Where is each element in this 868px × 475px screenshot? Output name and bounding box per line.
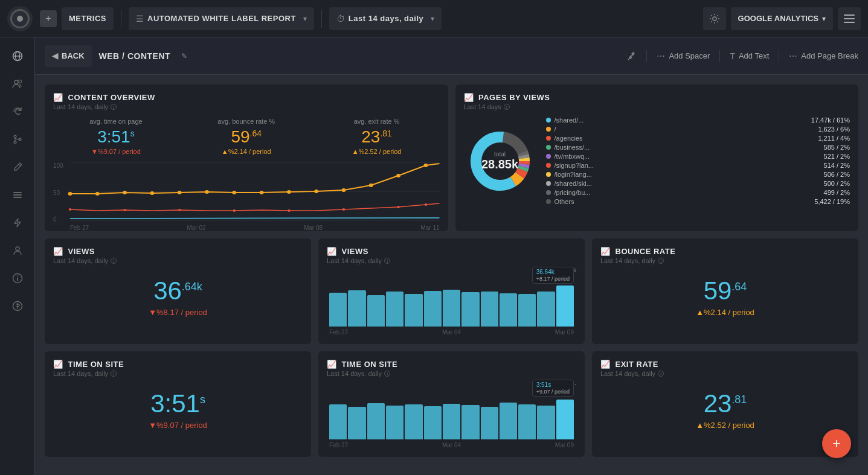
content-overview-info[interactable]: i: [111, 104, 117, 110]
add-button[interactable]: +: [40, 10, 57, 27]
sidebar-item-globe[interactable]: [5, 43, 30, 69]
exit-rate-title: 📈 EXIT RATE: [600, 360, 850, 369]
add-spacer-button[interactable]: ⋯ Add Spacer: [657, 51, 710, 61]
pen-icon: [12, 162, 23, 173]
branch-icon: [12, 134, 23, 145]
legend-item: /agencies 1,211 / 4%: [546, 135, 850, 142]
sidebar-item-lightning[interactable]: [5, 210, 30, 235]
svg-point-35: [423, 164, 428, 167]
legend-name: /: [555, 126, 609, 133]
exit-rate-info[interactable]: i: [658, 371, 664, 377]
t-bar-6: [424, 406, 442, 439]
legend-name: /login?lang...: [555, 171, 609, 178]
content-overview-card: 📈 CONTENT OVERVIEW Last 14 days, daily i…: [45, 84, 448, 231]
person-icon: [12, 245, 23, 256]
spacer-icon: ⋯: [657, 51, 665, 61]
edit-icon[interactable]: ✎: [181, 52, 187, 60]
sidebar-item-coin[interactable]: [5, 293, 30, 319]
content-overview-subtitle: Last 14 days, daily i: [53, 103, 440, 110]
sidebar-item-list[interactable]: [5, 182, 30, 208]
legend-name: /pricing/bu...: [555, 189, 609, 196]
sidebar-item-info[interactable]: [5, 266, 30, 291]
gear-icon: [709, 13, 720, 24]
pages-info[interactable]: i: [504, 104, 510, 110]
metrics-nav-item[interactable]: METRICS: [62, 7, 114, 30]
bar-2: [348, 290, 365, 327]
bounce-rate-subtitle: Last 14 days, daily i: [600, 257, 850, 264]
time-site-right-card: 📈 TIME ON SITE Last 14 days, daily i avg…: [318, 351, 585, 457]
analytics-selector[interactable]: GOOGLE ANALYTICS ▾: [731, 7, 833, 30]
logo-button[interactable]: [7, 6, 33, 31]
add-page-break-button[interactable]: ⋯ Add Page Break: [789, 51, 858, 61]
svg-point-7: [14, 141, 16, 144]
svg-point-41: [342, 208, 346, 211]
time-site-left-icon: 📈: [53, 360, 63, 369]
svg-rect-12: [13, 194, 22, 196]
legend-item: /login?lang... 506 / 2%: [546, 171, 850, 178]
views-right-info[interactable]: i: [384, 258, 390, 264]
bar-12: [537, 292, 555, 327]
legend-name: /signup?lan...: [555, 162, 609, 169]
date-range-item[interactable]: ⏱ Last 14 days, daily ▾: [329, 7, 442, 30]
time-site-left-info[interactable]: i: [111, 371, 117, 377]
sidebar-item-users[interactable]: [5, 71, 30, 97]
legend-value: 500 / 2%: [824, 180, 850, 187]
add-text-button[interactable]: T Add Text: [730, 51, 769, 61]
exit-rate-change: ▲%2.52 / period: [600, 421, 850, 430]
views-left-info[interactable]: i: [111, 258, 117, 264]
t-bar-8: [461, 405, 479, 439]
exit-rate-icon: 📈: [600, 360, 611, 369]
time-site-right-subtitle: Last 14 days, daily i: [327, 370, 576, 377]
views-right-title: 📈 VIEWS: [327, 247, 576, 256]
legend-value: 5,422 / 19%: [814, 198, 850, 205]
magic-action-button[interactable]: [627, 51, 637, 61]
logo-circle: [10, 9, 30, 28]
legend-value: 1,623 / 6%: [818, 126, 850, 133]
action-sep-2: [719, 50, 720, 62]
hamburger-button[interactable]: [838, 7, 861, 30]
fab-button[interactable]: +: [822, 429, 851, 458]
y-labels: 100 50 0: [53, 162, 63, 223]
bar-1: [329, 293, 347, 327]
avg-exit-value: 23.81: [314, 127, 440, 147]
time-site-right-info[interactable]: i: [384, 371, 390, 377]
action-sep-3: [779, 50, 779, 62]
svg-point-28: [232, 191, 236, 194]
t-bar-1: [329, 404, 347, 439]
content-overview-title: 📈 CONTENT OVERVIEW: [53, 93, 440, 102]
page-break-icon: ⋯: [789, 51, 797, 61]
svg-point-31: [314, 190, 318, 193]
bottom-row: 📈 TIME ON SITE Last 14 days, daily i 3:5…: [45, 351, 858, 457]
donut-section: total 28.85k /shared/... 17.47k / 61% / …: [464, 116, 850, 205]
sidebar-item-pen[interactable]: [5, 155, 30, 180]
sidebar-item-person[interactable]: [5, 238, 30, 263]
report-nav-item[interactable]: ☰ AUTOMATED WHITE LABEL REPORT ▾: [129, 7, 314, 30]
views-left-card: 📈 VIEWS Last 14 days, daily i 36.64k ▼%8…: [45, 238, 311, 344]
lightning-icon: [12, 217, 23, 228]
donut-total-label: total: [481, 151, 518, 158]
avg-exit-metric: avg. exit rate % 23.81 ▲%2.52 / period: [314, 118, 440, 155]
bounce-rate-card: 📈 BOUNCE RATE Last 14 days, daily i 59.6…: [592, 238, 858, 344]
sidebar-item-branch[interactable]: [5, 127, 30, 152]
list-icon: [12, 190, 23, 200]
svg-point-4: [14, 80, 18, 84]
back-button[interactable]: ◀ BACK: [45, 45, 92, 67]
legend-dot: [546, 118, 551, 123]
top-row: 📈 CONTENT OVERVIEW Last 14 days, daily i…: [45, 84, 858, 231]
bounce-rate-value: 59.64: [600, 276, 850, 305]
mid-row: 📈 VIEWS Last 14 days, daily i 36.64k ▼%8…: [45, 238, 858, 344]
gear-button[interactable]: [703, 7, 726, 30]
bounce-rate-info[interactable]: i: [658, 258, 664, 264]
svg-point-42: [397, 206, 400, 208]
svg-point-22: [68, 192, 72, 196]
hamburger-line-3: [844, 22, 855, 23]
bar-5: [405, 294, 422, 327]
legend-value: 506 / 2%: [824, 171, 850, 178]
views-left-metric-icon: 📈: [53, 247, 63, 256]
sidebar: [0, 37, 35, 475]
sidebar-item-refresh[interactable]: [5, 99, 30, 124]
legend-item: Others 5,422 / 19%: [546, 198, 850, 205]
avg-bounce-change: ▲%2.14 / period: [184, 148, 309, 155]
back-label: BACK: [62, 51, 85, 60]
legend-value: 1,211 / 4%: [818, 135, 850, 142]
